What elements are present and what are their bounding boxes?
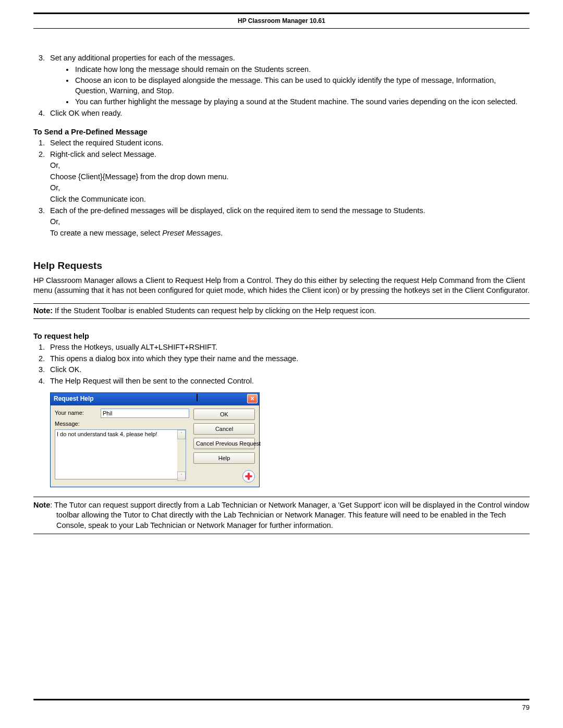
note-label: Note: <box>33 306 53 315</box>
sub-bullet: Choose an icon to be displayed alongside… <box>74 76 530 96</box>
predef-alt-pre: To create a new message, select <box>50 229 162 237</box>
body-section: Set any additional properties for each o… <box>33 53 530 534</box>
message-textarea[interactable] <box>55 429 186 479</box>
request-steps: Press the Hotkeys, usually ALT+LSHIFT+RS… <box>33 342 530 386</box>
tutor-support-note: Note: The Tutor can request support dire… <box>33 497 530 535</box>
sub-bullets: Indicate how long the message should rem… <box>50 65 530 107</box>
page-footer: 79 <box>33 699 530 712</box>
predef-item-3-alt: To create a new message, select Preset M… <box>50 228 530 239</box>
close-icon[interactable]: × <box>247 394 258 403</box>
dialog-title-text: Request Help <box>54 394 94 403</box>
your-name-input[interactable] <box>101 409 189 418</box>
predef-item-2: Right-click and select Message. Or, Choo… <box>47 150 530 205</box>
cancel-previous-button[interactable]: Cancel Previous Request <box>193 438 255 449</box>
dialog-body: Your name: Message: ˄ ˅ O <box>51 405 259 487</box>
sub-bullet: You can further highlight the message by… <box>74 97 530 107</box>
textarea-scrollbar[interactable]: ˄ ˅ <box>177 430 186 481</box>
scroll-down-icon[interactable]: ˅ <box>177 472 186 481</box>
predef-or-1: Or, <box>50 161 530 171</box>
header-underline <box>33 28 530 29</box>
scroll-up-icon[interactable]: ˄ <box>177 430 186 439</box>
help-button[interactable]: Help <box>193 452 255 464</box>
step-3: Click OK. <box>47 365 530 375</box>
predef-alt-em: Preset Messages <box>162 229 221 237</box>
predef-item-3-text: Each of the pre-defined messages will be… <box>50 206 425 215</box>
note2-label: Note <box>33 501 50 509</box>
predef-item-3-or: Or, <box>50 217 530 227</box>
predef-item-1: Select the required Student icons. <box>47 138 530 149</box>
predef-list: Select the required Student icons. Right… <box>33 138 530 238</box>
list-item-4: Click OK when ready. <box>47 108 530 119</box>
predef-alt-2: Click the Communicate icon. <box>50 194 530 205</box>
predef-item-3: Each of the pre-defined messages will be… <box>47 206 530 239</box>
text-cursor-icon <box>194 394 200 403</box>
dialog-titlebar[interactable]: Request Help × <box>51 393 259 405</box>
page-header-title: HP Classroom Manager 10.61 <box>33 15 530 28</box>
predef-item-2-text: Right-click and select Message. <box>50 150 156 158</box>
page-number: 79 <box>33 703 530 712</box>
note-text: If the Student Toolbar is enabled Studen… <box>53 306 376 315</box>
medical-cross-icon <box>242 470 255 483</box>
sub-bullet: Indicate how long the message should rem… <box>74 65 530 75</box>
note2-text: : The Tutor can request support directly… <box>50 501 529 529</box>
note-student-toolbar: Note: If the Student Toolbar is enabled … <box>33 303 530 319</box>
step-4: The Help Request will then be sent to th… <box>47 376 530 387</box>
footer-rule <box>33 699 530 701</box>
step-2: This opens a dialog box into which they … <box>47 354 530 364</box>
help-requests-para: HP Classroom Manager allows a Client to … <box>33 276 530 296</box>
top-ordered-list: Set any additional properties for each o… <box>33 53 530 118</box>
help-requests-heading: Help Requests <box>33 259 530 273</box>
predef-alt-1: Choose {Client}{Message} from the drop d… <box>50 172 530 182</box>
cancel-button[interactable]: Cancel <box>193 423 255 435</box>
predef-heading: To Send a Pre-Defined Message <box>33 127 530 138</box>
message-label: Message: <box>55 420 96 428</box>
list-item-3-text: Set any additional properties for each o… <box>50 54 235 62</box>
request-help-dialog: Request Help × Your name: Message: <box>50 392 260 487</box>
ok-button[interactable]: OK <box>193 409 255 420</box>
your-name-label: Your name: <box>55 409 96 417</box>
list-item-3: Set any additional properties for each o… <box>47 53 530 107</box>
predef-or-2: Or, <box>50 183 530 193</box>
predef-alt-post: . <box>221 229 223 237</box>
to-request-heading: To request help <box>33 331 530 342</box>
step-1: Press the Hotkeys, usually ALT+LSHIFT+RS… <box>47 342 530 353</box>
